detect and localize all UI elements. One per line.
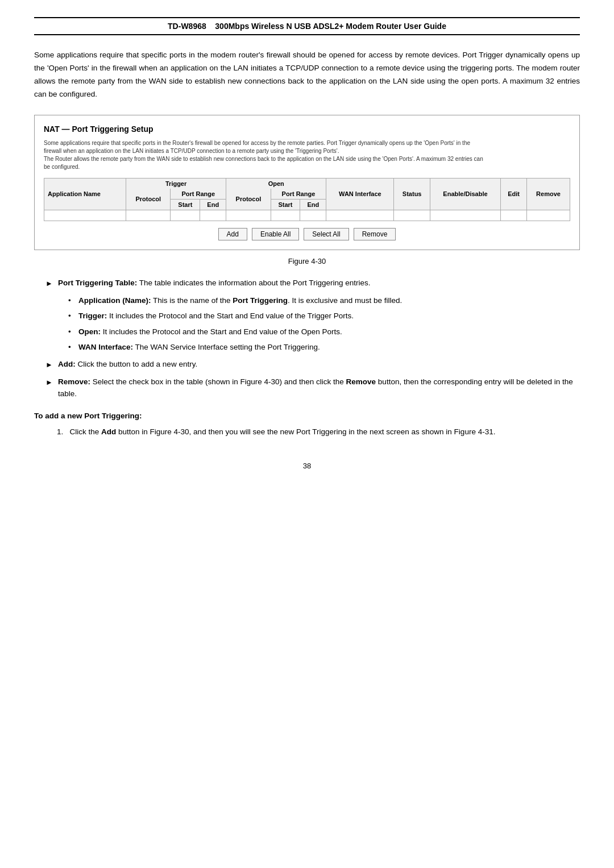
empty-row <box>44 210 570 221</box>
sub-item-open: • Open: It includes the Protocol and the… <box>68 326 580 338</box>
add-label: Add: <box>58 360 76 368</box>
sub-item-trigger: • Trigger: It includes the Protocol and … <box>68 310 580 322</box>
col-enable: Enable/Disable <box>430 178 500 210</box>
trigger-protocol-header: Protocol <box>126 189 171 210</box>
add-button[interactable]: Add <box>218 228 247 240</box>
port-table-label: Port Triggering Table: <box>58 279 137 287</box>
port-table-item: ► Port Triggering Table: The table indic… <box>45 277 580 290</box>
figure-box: NAT — Port Triggering Setup Some applica… <box>34 115 580 250</box>
figure-description: Some applications require that specific … <box>44 139 570 171</box>
remove-label: Remove: <box>58 377 90 386</box>
enable-all-button[interactable]: Enable All <box>252 228 299 240</box>
bullet-icon: • <box>68 294 74 307</box>
sub-item-app: • Application (Name): This is the name o… <box>68 294 580 307</box>
arrow-icon: ► <box>45 278 53 290</box>
open-start-header: Start <box>271 199 300 210</box>
bullet-icon: • <box>68 310 74 322</box>
remove-button[interactable]: Remove <box>354 228 396 240</box>
col-app-name: Application Name <box>44 178 126 210</box>
arrow-icon: ► <box>45 377 53 389</box>
bullet-icon: • <box>68 326 74 338</box>
open-protocol-header: Protocol <box>226 189 271 210</box>
col-wan: WAN Interface <box>326 178 394 210</box>
remove-item: ► Remove: Select the check box in the ta… <box>45 376 580 400</box>
figure-title: NAT — Port Triggering Setup <box>44 124 570 134</box>
sub-item-wan: • WAN Interface: The WAN Service Interfa… <box>68 341 580 354</box>
intro-text: Some applications require that specific … <box>34 49 580 101</box>
remove-bold: Remove <box>346 377 376 386</box>
open-group-header: Open <box>226 178 326 189</box>
bullet-icon: • <box>68 341 74 354</box>
col-edit: Edit <box>501 178 527 210</box>
port-triggering-table: Application Name Trigger Open WAN Interf… <box>44 178 570 221</box>
add-item: ► Add: Click the button to add a new ent… <box>45 358 580 371</box>
header-title: 300Mbps Wireless N USB ADSL2+ Modem Rout… <box>215 22 446 31</box>
to-add-heading: To add a new Port Triggering: <box>34 412 580 420</box>
open-end-header: End <box>300 199 326 210</box>
page-number: 38 <box>34 462 580 470</box>
figure-caption: Figure 4-30 <box>34 257 580 265</box>
sub-bullets: • Application (Name): This is the name o… <box>68 294 580 354</box>
trigger-start-header: Start <box>171 199 200 210</box>
trigger-end-header: End <box>200 199 226 210</box>
step-1: 1. Click the Add button in Figure 4-30, … <box>57 426 580 439</box>
table-buttons: Add Enable All Select All Remove <box>44 228 570 240</box>
arrow-icon: ► <box>45 359 53 371</box>
col-status: Status <box>394 178 430 210</box>
select-all-button[interactable]: Select All <box>304 228 349 240</box>
col-remove: Remove <box>527 178 570 210</box>
trigger-portrange-header: Port Range <box>171 189 226 200</box>
trigger-group-header: Trigger <box>126 178 226 189</box>
header-bar: TD-W8968 300Mbps Wireless N USB ADSL2+ M… <box>34 17 580 35</box>
numbered-list: 1. Click the Add button in Figure 4-30, … <box>57 426 580 439</box>
main-bullets: ► Port Triggering Table: The table indic… <box>45 277 580 400</box>
model-name: TD-W8968 <box>168 22 206 31</box>
open-portrange-header: Port Range <box>271 189 326 200</box>
